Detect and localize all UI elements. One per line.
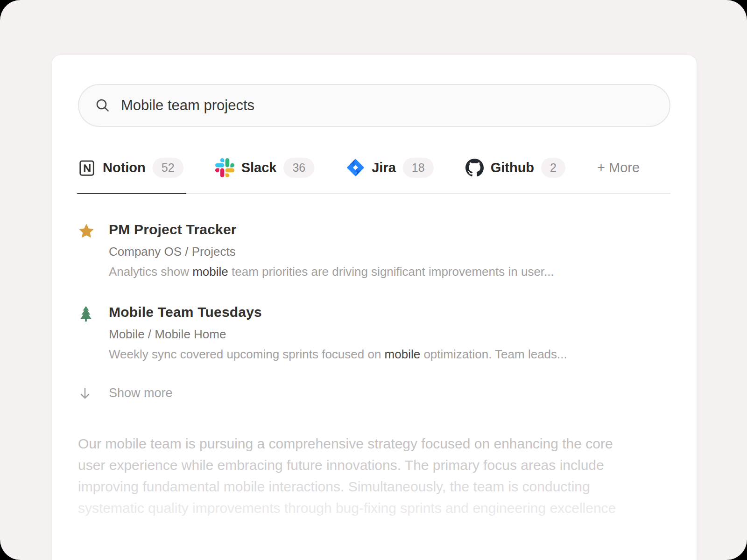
search-icon: [95, 98, 111, 113]
results-list: PM Project Tracker Company OS / Projects…: [78, 222, 670, 362]
snippet-highlight: mobile: [385, 347, 421, 361]
show-more-button[interactable]: Show more: [78, 386, 670, 400]
summary-line: user experience while embracing future i…: [78, 455, 670, 476]
summary-line: systematic quality improvements through …: [78, 497, 670, 519]
tab-slack[interactable]: Slack 36: [215, 158, 315, 178]
tab-more[interactable]: + More: [597, 160, 640, 175]
tab-github[interactable]: Github 2: [465, 158, 565, 178]
search-bar[interactable]: [78, 84, 670, 127]
tab-github-label: Github: [491, 160, 534, 175]
search-results-card: Notion 52 Slack 3: [51, 55, 697, 560]
result-title: Mobile Team Tuesdays: [109, 304, 567, 320]
result-pm-project-tracker[interactable]: PM Project Tracker Company OS / Projects…: [78, 222, 670, 279]
tree-icon: [78, 304, 97, 362]
result-breadcrumb: Mobile / Mobile Home: [109, 327, 567, 342]
result-snippet: Weekly sync covered upcoming sprints foc…: [109, 347, 567, 362]
arrow-down-icon: [78, 386, 92, 400]
tab-jira-label: Jira: [372, 160, 396, 175]
tab-github-count: 2: [541, 158, 565, 178]
result-mobile-team-tuesdays[interactable]: Mobile Team Tuesdays Mobile / Mobile Hom…: [78, 304, 670, 362]
search-input[interactable]: [121, 97, 654, 114]
summary-line: Our mobile team is pursuing a comprehens…: [78, 433, 670, 455]
tab-notion[interactable]: Notion 52: [78, 158, 183, 178]
result-snippet: Analytics show mobile team priorities ar…: [109, 265, 554, 279]
result-breadcrumb: Company OS / Projects: [109, 245, 554, 259]
summary-line: improving fundamental mobile interaction…: [78, 476, 670, 497]
show-more-label: Show more: [109, 386, 173, 400]
notion-icon: [78, 159, 96, 177]
star-icon: [78, 222, 97, 279]
tab-slack-count: 36: [283, 158, 314, 178]
tab-notion-count: 52: [153, 158, 183, 178]
tab-notion-label: Notion: [103, 160, 146, 175]
jira-icon: [346, 159, 365, 177]
ai-summary-text: Our mobile team is pursuing a comprehens…: [78, 433, 670, 519]
slack-icon: [215, 158, 234, 177]
result-title: PM Project Tracker: [109, 222, 554, 238]
result-content: PM Project Tracker Company OS / Projects…: [109, 222, 554, 279]
github-icon: [465, 159, 484, 177]
tab-jira[interactable]: Jira 18: [346, 158, 433, 178]
snippet-highlight: mobile: [192, 265, 228, 279]
search-overlay-screen: Notion 52 Slack 3: [0, 0, 747, 560]
source-tabs: Notion 52 Slack 3: [78, 158, 670, 194]
result-content: Mobile Team Tuesdays Mobile / Mobile Hom…: [109, 304, 567, 362]
tab-slack-label: Slack: [241, 160, 277, 175]
tab-jira-count: 18: [403, 158, 434, 178]
